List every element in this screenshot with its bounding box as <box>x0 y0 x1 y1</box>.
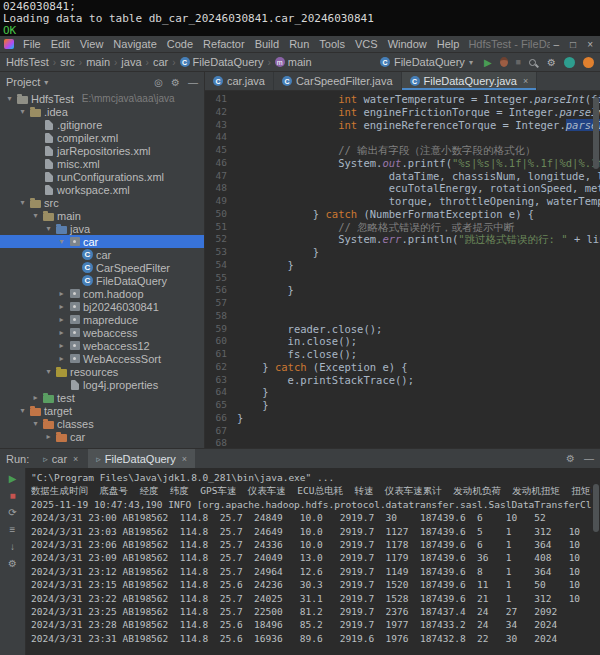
tree-item-.idea[interactable]: ▾.idea <box>0 105 204 118</box>
breadcrumb-item-car[interactable]: car <box>153 56 168 68</box>
menu-run[interactable]: Run <box>284 38 314 50</box>
code-line: 64 } <box>205 386 600 399</box>
tree-item-misc.xml[interactable]: misc.xml <box>0 157 204 170</box>
menu-help[interactable]: Help <box>432 38 465 50</box>
tree-item-main[interactable]: ▾main <box>0 209 204 222</box>
tree-item-car[interactable]: ▾car <box>0 235 204 248</box>
menu-window[interactable]: Window <box>383 38 432 50</box>
tree-item-com.hadoop[interactable]: ▸com.hadoop <box>0 287 204 300</box>
breadcrumb-item-main[interactable]: mmain <box>275 56 312 68</box>
code-area[interactable]: 41 int waterTemperature = Integer.parseI… <box>205 91 600 448</box>
menu-navigate[interactable]: Navigate <box>108 38 161 50</box>
tree-item-car[interactable]: Ccar <box>0 248 204 261</box>
line-number: 43 <box>205 119 237 132</box>
tree-item-src[interactable]: ▾src <box>0 196 204 209</box>
soft-wrap-button[interactable]: ≡ <box>10 524 16 535</box>
tab-CarSpeedFilter.java[interactable]: CCarSpeedFilter.java <box>274 72 402 90</box>
tree-item-.gitignore[interactable]: .gitignore <box>0 118 204 131</box>
menu-tools[interactable]: Tools <box>314 38 350 50</box>
tree-item-runconfigurations.xml[interactable]: runConfigurations.xml <box>0 170 204 183</box>
tree-item-filedataquery[interactable]: CFileDataQuery <box>0 274 204 287</box>
locate-file-icon[interactable]: ◎ <box>154 77 163 88</box>
tree-item-jarrepositories.xml[interactable]: jarRepositories.xml <box>0 144 204 157</box>
tree-item-compiler.xml[interactable]: compiler.xml <box>0 131 204 144</box>
rerun-button[interactable]: ▶ <box>9 473 17 484</box>
tree-item-bj20246030841[interactable]: ▸bj20246030841 <box>0 300 204 313</box>
run-tab-filedataquery[interactable]: ▹FileDataQuery× <box>88 449 195 468</box>
menu-edit[interactable]: Edit <box>46 38 75 50</box>
settings-icon[interactable]: ⚙ <box>566 453 575 464</box>
tab-FileDataQuery.java[interactable]: CFileDataQuery.java× <box>402 72 538 90</box>
editor-scrollbar[interactable] <box>592 91 600 448</box>
tree-item-workspace.xml[interactable]: workspace.xml <box>0 183 204 196</box>
close-tab-icon[interactable]: × <box>523 76 528 86</box>
menu-vcs[interactable]: VCS <box>350 38 383 50</box>
scroll-to-end-button[interactable]: ↓ <box>10 541 15 552</box>
settings-icon[interactable]: ⚙ <box>547 57 556 68</box>
code-text: in.close(); <box>237 335 357 348</box>
breadcrumb-item-hdfstest[interactable]: HdfsTest <box>6 56 49 68</box>
scrollbar-thumb[interactable] <box>593 97 599 169</box>
chevron-down-icon: ▾ <box>44 224 53 233</box>
tree-item-label: workspace.xml <box>57 184 130 196</box>
close-tab-icon[interactable]: × <box>182 454 187 464</box>
code-text: System.err.println("跳过格式错误的行: " + line +… <box>237 233 600 246</box>
menu-build[interactable]: Build <box>250 38 284 50</box>
menu-view[interactable]: View <box>75 38 109 50</box>
tree-item-label: resources <box>70 366 118 378</box>
tree-item-java[interactable]: ▾java <box>0 222 204 235</box>
tree-item-label: webaccess12 <box>83 340 150 352</box>
run-button[interactable]: ▶ <box>484 57 492 68</box>
search-icon[interactable] <box>529 59 536 66</box>
codewithme-icon[interactable] <box>564 57 575 68</box>
tree-item-car[interactable]: ▸car <box>0 430 204 443</box>
minimize-button[interactable]: – <box>554 39 560 50</box>
line-number: 65 <box>205 399 237 412</box>
tree-item-resources[interactable]: ▾resources <box>0 365 204 378</box>
tree-item-test[interactable]: ▸test <box>0 391 204 404</box>
method-icon: m <box>275 57 285 67</box>
menu-code[interactable]: Code <box>162 38 198 50</box>
console-scrollbar[interactable] <box>592 468 600 655</box>
avatar[interactable] <box>583 57 594 68</box>
maximize-button[interactable]: □ <box>570 39 576 50</box>
tree-item-log4j.properties[interactable]: log4j.properties <box>0 378 204 391</box>
code-text: ecuTotalEnergy, rotationSpeed, meterSpee… <box>237 182 600 195</box>
code-text: int engineReferenceTorque = Integer.pars… <box>237 119 600 132</box>
stop-button[interactable]: ■ <box>516 57 521 67</box>
menu-refactor[interactable]: Refactor <box>198 38 250 50</box>
close-tab-icon[interactable]: × <box>73 454 78 464</box>
console-settings-button[interactable]: ⚙ <box>8 558 17 569</box>
breadcrumb-item-java[interactable]: java <box>121 56 141 68</box>
tree-item-hdfstest[interactable]: ▾HdfsTestE:\mmcjava\aaa\java <box>0 92 204 105</box>
scrollbar-thumb[interactable] <box>593 484 599 532</box>
project-icon <box>17 94 28 104</box>
line-number: 46 <box>205 157 237 170</box>
code-line: 57 <box>205 297 600 310</box>
close-button[interactable]: × <box>587 39 593 50</box>
tree-item-mapreduce[interactable]: ▸mapreduce <box>0 313 204 326</box>
tree-item-carspeedfilter[interactable]: CCarSpeedFilter <box>0 261 204 274</box>
tab-car.java[interactable]: Ccar.java <box>205 72 274 90</box>
tree-item-label: WebAccessSort <box>83 353 161 365</box>
console-output[interactable]: "C:\Program Files\Java\jdk1.8.0_281\bin\… <box>26 468 592 655</box>
breadcrumb-item-src[interactable]: src <box>60 56 75 68</box>
run-config-select[interactable]: C FileDataQuery ▾ <box>377 56 476 68</box>
run-tab-car[interactable]: ▹car× <box>35 449 86 468</box>
code-text: int engineFrictionTorque = Integer.parse… <box>237 106 600 119</box>
settings-icon[interactable]: ⚙ <box>171 77 180 88</box>
tree-item-webaccesssort[interactable]: ▸WebAccessSort <box>0 352 204 365</box>
debug-button[interactable] <box>500 57 508 67</box>
hide-panel-icon[interactable]: — <box>188 77 198 88</box>
breadcrumb-item-main[interactable]: main <box>86 56 110 68</box>
tree-item-webaccess12[interactable]: ▸webaccess12 <box>0 339 204 352</box>
tree-item-target[interactable]: ▾target <box>0 404 204 417</box>
menu-file[interactable]: File <box>18 38 46 50</box>
tree-item-webaccess[interactable]: ▸webaccess <box>0 326 204 339</box>
hide-panel-icon[interactable]: — <box>584 453 594 464</box>
breadcrumb-item-filedataquery[interactable]: CFileDataQuery <box>180 56 264 68</box>
tree-item-classes[interactable]: ▾classes <box>0 417 204 430</box>
project-panel-title[interactable]: Project <box>6 76 40 88</box>
stop-button[interactable]: ■ <box>9 490 15 501</box>
restart-button[interactable]: ⟳ <box>8 507 16 518</box>
